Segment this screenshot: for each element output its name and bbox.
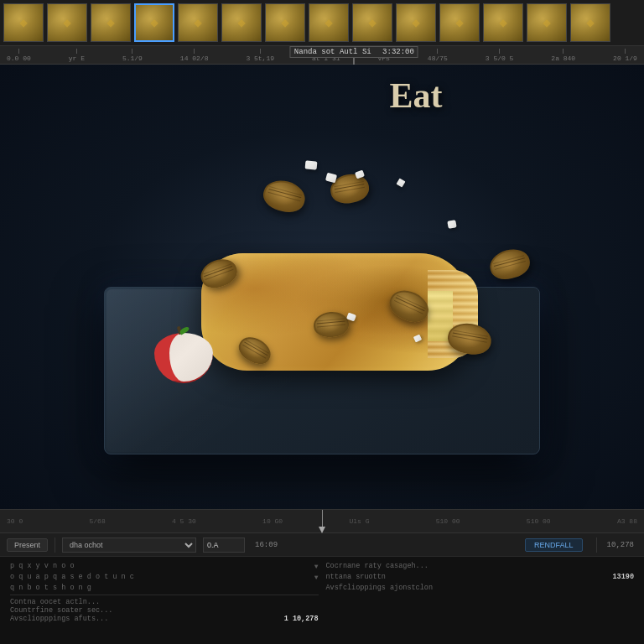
render-button[interactable]: RENDFALL bbox=[525, 538, 583, 552]
prop-data-label-2: Countrfine soater sec... bbox=[10, 606, 112, 615]
properties-col-left: p q x y v n o o ▼ o q u a p q a s e d o … bbox=[7, 560, 322, 641]
ruler-mark: 5.1/9 bbox=[122, 49, 143, 62]
prop-label-2: o q u a p q a s e d o t u n c bbox=[10, 573, 134, 581]
main-viewport: Eat bbox=[0, 65, 644, 509]
apple-slice-body bbox=[154, 333, 213, 383]
filmstrip-thumb-2[interactable] bbox=[47, 3, 87, 42]
prop-row-right-1: Cocrnane raty casageh... bbox=[326, 562, 635, 570]
prop-data-label-1: Contna oocet actln... bbox=[10, 598, 100, 606]
prop-row-left-2: o q u a p q a s e d o t u n c ▼ bbox=[10, 573, 319, 581]
sugar-chunk-1 bbox=[325, 173, 337, 184]
prop-row-right-3: Avsfclioppings ajonstclon bbox=[326, 584, 635, 592]
apple-slice bbox=[154, 333, 213, 387]
controls-value-1: 16:09 bbox=[255, 541, 278, 549]
filmstrip-thumb-11[interactable] bbox=[439, 3, 480, 42]
prop-r-label-2: nttana sruottn bbox=[326, 573, 402, 581]
ruler-mark: 20 1/9 bbox=[613, 49, 637, 62]
scene-container bbox=[70, 86, 574, 488]
btl-playhead bbox=[319, 510, 325, 533]
filmstrip-thumb-9[interactable] bbox=[352, 3, 392, 42]
divider bbox=[55, 538, 55, 553]
filmstrip-thumb-12[interactable] bbox=[483, 3, 523, 42]
ruler-mark: 3 5t,19 bbox=[246, 49, 274, 62]
bottom-timeline: 30 0 5/68 4 5 30 10 G0 Uls G 510 00 510 … bbox=[0, 510, 644, 533]
timeline-ruler: 0.0 00 yr E 5.1/9 14 02/8 3 5t,19 at 1 3… bbox=[0, 46, 644, 65]
controls-row: Present dha ochot 16:09 RENDFALL 10,278 bbox=[0, 533, 644, 557]
btl-mark: Uls G bbox=[349, 517, 369, 525]
properties-grid: p q x y v n o o ▼ o q u a p q a s e d o … bbox=[0, 557, 644, 644]
prop-data-label-3: Avscliopppings afuts... bbox=[10, 615, 108, 623]
prop-r-label-3: Avsfclioppings ajonstclon bbox=[326, 584, 434, 592]
prop-label-1: p q x y v n o o bbox=[10, 562, 86, 570]
controls-input-1[interactable] bbox=[203, 538, 245, 553]
bottom-panel: 30 0 5/68 4 5 30 10 G0 Uls G 510 00 510 … bbox=[0, 509, 644, 644]
prop-row-left-3: q n b o t s h o n g bbox=[10, 584, 319, 592]
properties-col-right: Cocrnane raty casageh... nttana sruottn … bbox=[323, 560, 638, 641]
filmstrip-thumb-10[interactable] bbox=[396, 3, 436, 42]
prop-data-value-3: 1 10,278 bbox=[284, 615, 319, 623]
btl-mark: 4 5 30 bbox=[172, 517, 196, 525]
ruler-mark: 2a 840 bbox=[551, 49, 575, 62]
prop-arrow-2: ▼ bbox=[314, 574, 319, 581]
filmstrip-thumb-6[interactable] bbox=[221, 3, 262, 42]
filmstrip-thumb-3[interactable] bbox=[91, 3, 131, 42]
ruler-mark: 3 5/0 5 bbox=[486, 49, 514, 62]
prop-row-data-1: Contna oocet actln... bbox=[10, 598, 319, 606]
prop-row-data-2: Countrfine soater sec... bbox=[10, 606, 319, 615]
eat-label: Eat bbox=[386, 65, 446, 127]
filmstrip-thumb-1[interactable] bbox=[3, 3, 44, 42]
btl-mark: 510 00 bbox=[436, 517, 460, 525]
filmstrip-thumb-8[interactable] bbox=[309, 3, 349, 42]
btl-playhead-marker bbox=[319, 527, 325, 533]
playhead-label: Nanda sot Autl Si 3:32:00 bbox=[290, 46, 418, 58]
prop-arrow-1: ▼ bbox=[314, 563, 319, 570]
sugar-chunk-3 bbox=[305, 160, 318, 169]
filmstrip bbox=[0, 0, 644, 46]
sugar-chunk-4 bbox=[397, 179, 406, 188]
present-button[interactable]: Present bbox=[7, 538, 48, 552]
ruler-mark: yr E bbox=[69, 49, 85, 62]
sugar-chunk-5 bbox=[447, 220, 456, 229]
prop-r-label-1: Cocrnane raty casageh... bbox=[326, 562, 428, 570]
btl-mark: 30 0 bbox=[7, 517, 23, 525]
filmstrip-thumb-7[interactable] bbox=[265, 3, 305, 42]
btl-mark: 510 00 bbox=[527, 517, 551, 525]
walnut-2 bbox=[260, 176, 309, 216]
btl-mark: A3 88 bbox=[617, 517, 637, 525]
filmstrip-thumb-13[interactable] bbox=[527, 3, 567, 42]
prop-r-value-2: 13190 bbox=[612, 573, 634, 581]
ruler-mark: 0.0 00 bbox=[7, 49, 31, 62]
prop-row-right-2: nttana sruottn 13190 bbox=[326, 573, 635, 581]
btl-playhead-line bbox=[322, 510, 323, 527]
ruler-mark: 14 02/8 bbox=[180, 49, 209, 62]
divider bbox=[596, 538, 597, 553]
btl-mark: 5/68 bbox=[90, 517, 106, 525]
filmstrip-thumb-14[interactable] bbox=[570, 3, 610, 42]
prop-row-left-labels: p q x y v n o o ▼ bbox=[10, 562, 319, 570]
walnut-7 bbox=[486, 245, 532, 283]
controls-dropdown-1[interactable]: dha ochot bbox=[62, 538, 196, 553]
filmstrip-thumb-5[interactable] bbox=[178, 3, 218, 42]
btl-mark: 10 G0 bbox=[262, 517, 283, 525]
prop-label-3: q n b o t s h o n g bbox=[10, 584, 91, 592]
filmstrip-thumb-4[interactable] bbox=[134, 3, 174, 42]
prop-row-data-3: Avscliopppings afuts... 1 10,278 bbox=[10, 615, 319, 623]
controls-value-3: 10,278 bbox=[607, 541, 634, 549]
ruler-mark: 48/75 bbox=[428, 49, 448, 62]
